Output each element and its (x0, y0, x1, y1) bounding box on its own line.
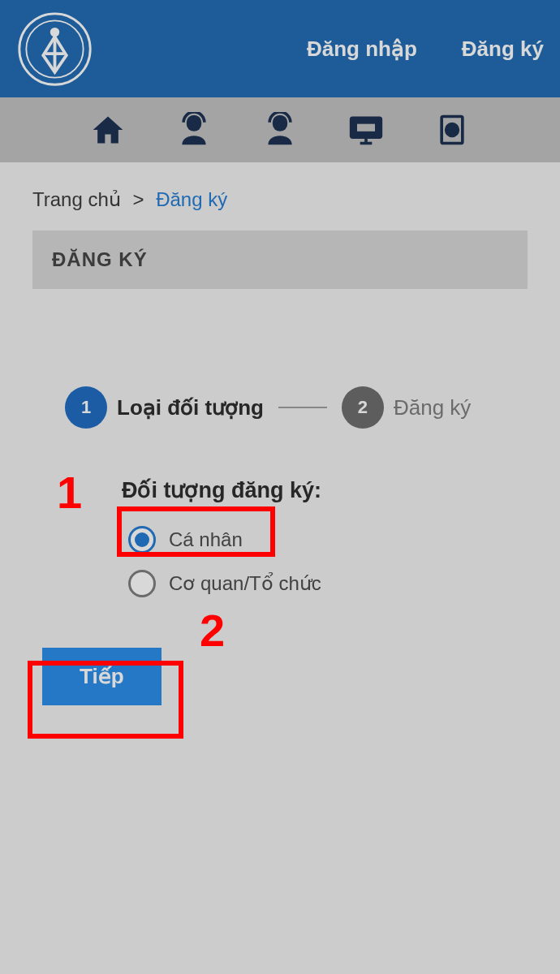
radio-label: Cơ quan/Tổ chức (169, 572, 321, 595)
content-area: Trang chủ > Đăng ký ĐĂNG KÝ 1 Loại đối t… (0, 162, 560, 731)
radio-icon (128, 570, 156, 597)
top-header: Đăng nhập Đăng ký (0, 0, 560, 97)
step-separator (278, 407, 327, 408)
step-2-label: Đăng ký (394, 395, 471, 420)
monitor-icon[interactable] (347, 110, 386, 149)
radio-option-organization[interactable]: Cơ quan/Tổ chức (122, 562, 338, 606)
stepper: 1 Loại đối tượng 2 Đăng ký (32, 386, 528, 429)
next-button-wrap: Tiếp (32, 648, 528, 705)
next-button[interactable]: Tiếp (42, 648, 162, 705)
field-area: Đối tượng đăng ký: Cá nhân Cơ quan/Tổ ch… (32, 477, 528, 606)
support-person-icon-2[interactable] (261, 110, 299, 149)
step-1-label: Loại đối tượng (117, 395, 264, 420)
nav-icon-bar (0, 97, 560, 162)
breadcrumb: Trang chủ > Đăng ký (32, 188, 528, 211)
breadcrumb-current: Đăng ký (156, 188, 227, 210)
home-icon[interactable] (88, 110, 127, 149)
svg-rect-4 (355, 123, 377, 133)
field-label: Đối tượng đăng ký: (122, 477, 528, 503)
register-link[interactable]: Đăng ký (462, 37, 544, 62)
radio-label: Cá nhân (169, 528, 243, 551)
radio-option-individual[interactable]: Cá nhân (122, 518, 259, 562)
breadcrumb-home[interactable]: Trang chủ (32, 188, 121, 210)
radio-icon (128, 526, 156, 554)
page-root: Đăng nhập Đăng ký (0, 0, 560, 974)
login-link[interactable]: Đăng nhập (307, 37, 417, 62)
step-1-circle: 1 (65, 386, 107, 429)
document-play-icon[interactable] (433, 110, 472, 149)
logo[interactable] (16, 11, 93, 88)
header-auth-links: Đăng nhập Đăng ký (307, 37, 544, 62)
breadcrumb-separator: > (133, 188, 144, 210)
bhxh-logo-icon (16, 11, 93, 88)
step-2-circle: 2 (342, 386, 384, 429)
support-person-icon[interactable] (174, 110, 213, 149)
form-title: ĐĂNG KÝ (32, 231, 528, 289)
